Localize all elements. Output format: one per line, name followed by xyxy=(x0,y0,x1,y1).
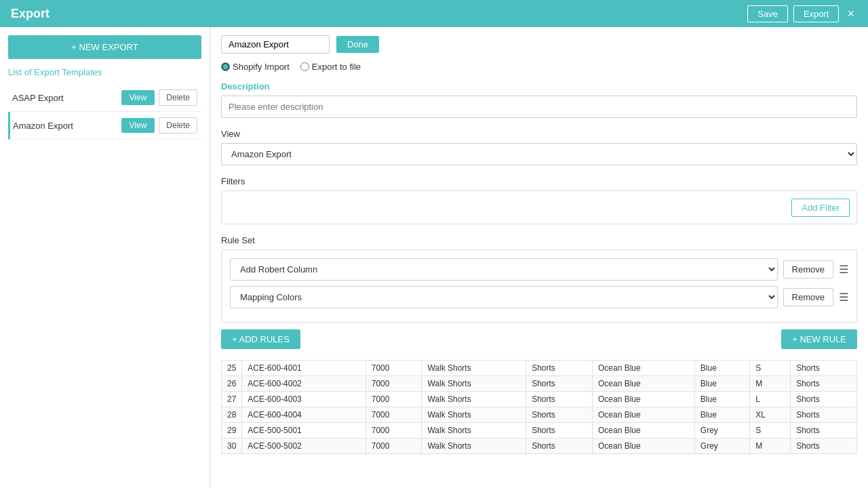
table-cell: Shorts xyxy=(791,392,857,407)
drag-handle-1[interactable]: ☰ xyxy=(839,263,848,276)
table-cell: Grey xyxy=(694,439,749,454)
remove-button-2[interactable]: Remove xyxy=(783,288,833,306)
close-button[interactable]: × xyxy=(844,7,857,21)
table-cell: Ocean Blue xyxy=(592,407,694,423)
table-cell: Shorts xyxy=(526,407,593,423)
data-table: 25ACE-600-40017000Walk ShortsShortsOcean… xyxy=(221,360,857,454)
table-cell: Walk Shorts xyxy=(422,423,526,439)
table-cell: Walk Shorts xyxy=(422,439,526,454)
view-button-amazon[interactable]: View xyxy=(121,118,155,133)
description-input[interactable] xyxy=(221,96,857,118)
shopify-import-label: Shopify Import xyxy=(233,62,290,72)
table-cell: ACE-500-5002 xyxy=(242,439,366,454)
table-cell: Walk Shorts xyxy=(422,376,526,392)
delete-button-asap[interactable]: Delete xyxy=(159,89,197,106)
rule-select-2[interactable]: Mapping Colors xyxy=(230,286,778,308)
table-cell: Shorts xyxy=(526,439,593,454)
table-cell: S xyxy=(750,423,791,439)
table-cell: Ocean Blue xyxy=(592,439,694,454)
table-cell: Blue xyxy=(694,392,749,407)
page-title: Export xyxy=(11,7,50,21)
table-cell: XL xyxy=(750,407,791,423)
rule-set-label: Rule Set xyxy=(221,235,857,245)
table-cell: Blue xyxy=(694,361,749,376)
new-export-button[interactable]: + NEW EXPORT xyxy=(8,35,201,59)
table-row: 30ACE-500-50027000Walk ShortsShortsOcean… xyxy=(222,439,857,454)
list-title: List of Export Templates xyxy=(8,67,201,77)
table-cell: ACE-600-4004 xyxy=(242,407,366,423)
table-cell: L xyxy=(750,392,791,407)
table-cell: Shorts xyxy=(791,361,857,376)
content-topbar: Done xyxy=(221,35,857,54)
table-cell: 7000 xyxy=(366,392,422,407)
table-cell: Shorts xyxy=(526,392,593,407)
table-cell: Ocean Blue xyxy=(592,423,694,439)
table-cell: 7000 xyxy=(366,376,422,392)
export-to-file-radio[interactable] xyxy=(300,62,309,71)
header: Export Save Export × xyxy=(0,0,868,27)
table-cell: Ocean Blue xyxy=(592,376,694,392)
export-to-file-label: Export to file xyxy=(312,62,361,72)
main-layout: + NEW EXPORT List of Export Templates AS… xyxy=(0,27,868,488)
table-row: 25ACE-600-40017000Walk ShortsShortsOcean… xyxy=(222,361,857,376)
done-button[interactable]: Done xyxy=(336,36,379,53)
delete-button-amazon[interactable]: Delete xyxy=(159,117,197,134)
export-to-file-option[interactable]: Export to file xyxy=(300,62,361,72)
table-cell: Walk Shorts xyxy=(422,392,526,407)
view-button-asap[interactable]: View xyxy=(121,90,155,105)
table-row: 27ACE-600-40037000Walk ShortsShortsOcean… xyxy=(222,392,857,407)
template-item-asap: ASAP Export View Delete xyxy=(8,84,201,112)
table-cell: ACE-600-4003 xyxy=(242,392,366,407)
sidebar: + NEW EXPORT List of Export Templates AS… xyxy=(0,27,210,488)
drag-handle-2[interactable]: ☰ xyxy=(839,291,848,304)
table-row: 28ACE-600-40047000Walk ShortsShortsOcean… xyxy=(222,407,857,423)
template-item-amazon: Amazon Export View Delete xyxy=(8,112,201,140)
view-label: View xyxy=(221,129,857,139)
view-section: View Amazon Export xyxy=(221,129,857,165)
table-cell: Shorts xyxy=(526,423,593,439)
row-number: 29 xyxy=(222,423,242,439)
table-cell: Shorts xyxy=(526,361,593,376)
row-number: 28 xyxy=(222,407,242,423)
table-cell: M xyxy=(750,376,791,392)
table-cell: 7000 xyxy=(366,361,422,376)
remove-button-1[interactable]: Remove xyxy=(783,260,833,279)
table-cell: Grey xyxy=(694,423,749,439)
shopify-import-option[interactable]: Shopify Import xyxy=(221,62,290,72)
row-number: 30 xyxy=(222,439,242,454)
rule-row-2: Mapping Colors Remove ☰ xyxy=(230,286,848,308)
view-select[interactable]: Amazon Export xyxy=(221,143,857,165)
filters-section: Filters Add Filter xyxy=(221,176,857,224)
template-name-amazon: Amazon Export xyxy=(13,121,121,131)
template-name-asap: ASAP Export xyxy=(12,93,121,103)
export-button[interactable]: Export xyxy=(793,5,840,22)
table-cell: Blue xyxy=(694,407,749,423)
table-cell: 7000 xyxy=(366,439,422,454)
filters-box: Add Filter xyxy=(221,190,857,224)
table-row: 26ACE-600-40027000Walk ShortsShortsOcean… xyxy=(222,376,857,392)
table-cell: Shorts xyxy=(791,407,857,423)
content-panel: Done Shopify Import Export to file Descr… xyxy=(210,27,868,488)
shopify-import-radio[interactable] xyxy=(221,62,230,71)
table-cell: 7000 xyxy=(366,423,422,439)
save-button[interactable]: Save xyxy=(747,5,788,22)
export-type-radio-group: Shopify Import Export to file xyxy=(221,62,857,72)
filters-label: Filters xyxy=(221,176,857,186)
table-cell: M xyxy=(750,439,791,454)
table-cell: Shorts xyxy=(791,423,857,439)
table-cell: ACE-600-4001 xyxy=(242,361,366,376)
table-cell: Shorts xyxy=(526,376,593,392)
description-label: Description xyxy=(221,81,857,92)
add-filter-button[interactable]: Add Filter xyxy=(791,199,850,217)
add-rules-button[interactable]: + ADD RULES xyxy=(221,329,300,349)
new-rule-button[interactable]: + NEW RULE xyxy=(781,329,857,349)
table-cell: 7000 xyxy=(366,407,422,423)
row-number: 27 xyxy=(222,392,242,407)
table-cell: S xyxy=(750,361,791,376)
template-name-field[interactable] xyxy=(221,35,330,54)
rule-select-1[interactable]: Add Robert Column xyxy=(230,258,778,281)
table-cell: Blue xyxy=(694,376,749,392)
table-cell: Ocean Blue xyxy=(592,392,694,407)
row-number: 25 xyxy=(222,361,242,376)
table-cell: Shorts xyxy=(791,376,857,392)
